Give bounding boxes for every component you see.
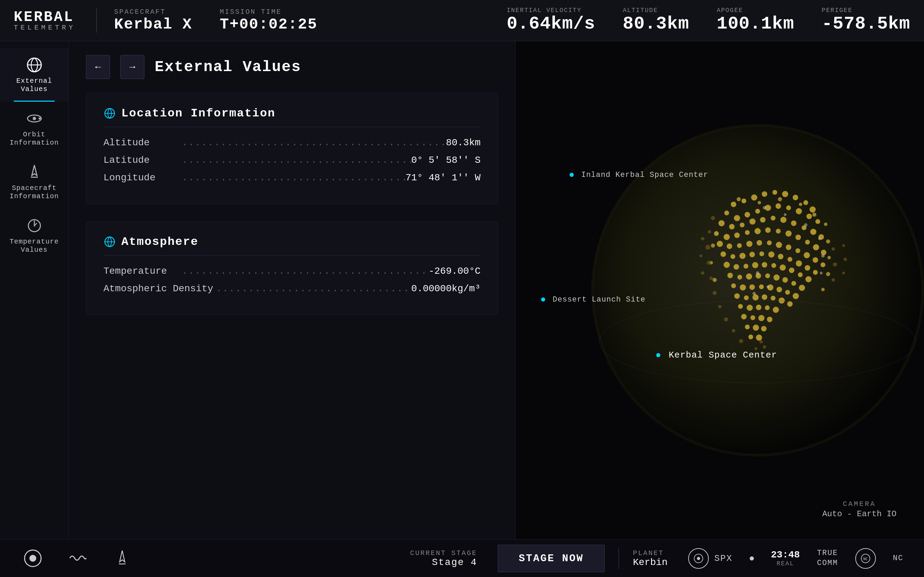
svg-point-129 [737, 197, 741, 201]
svg-point-34 [816, 219, 820, 224]
svg-point-151 [711, 216, 715, 220]
svg-point-23 [803, 200, 808, 205]
svg-point-117 [756, 305, 761, 310]
latitude-dots [179, 155, 411, 166]
svg-point-121 [750, 315, 755, 320]
planet-label: PLANET [633, 549, 667, 557]
svg-point-158 [724, 318, 728, 321]
svg-point-61 [746, 241, 753, 247]
atmosphere-panel-title: Atmosphere [121, 235, 198, 248]
svg-point-126 [761, 326, 767, 331]
latitude-row: Latitude 0° 5' 58'' S [103, 155, 481, 166]
svg-point-33 [806, 214, 812, 219]
sidebar-label-orbit-information: OrbitInformation [10, 131, 59, 147]
dessert-text: Dessert Launch Site [553, 295, 646, 304]
svg-point-4 [38, 118, 40, 119]
latitude-label: Latitude [103, 155, 179, 166]
sidebar-item-temperature-values[interactable]: TemperatureValues [0, 209, 68, 263]
svg-point-47 [724, 234, 730, 240]
svg-point-40 [771, 216, 775, 221]
svg-point-66 [795, 248, 800, 253]
location-panel: Location Information Altitude 80.3km Lat… [86, 93, 498, 204]
svg-point-76 [778, 254, 783, 259]
footer-orbit-icon-btn[interactable] [688, 548, 709, 569]
stat-iv-label: INERTIAL VELOCITY [507, 7, 595, 14]
svg-point-24 [809, 206, 816, 213]
svg-point-35 [719, 220, 725, 226]
svg-point-111 [762, 294, 767, 300]
svg-point-77 [788, 257, 792, 262]
svg-point-22 [793, 195, 798, 200]
svg-point-159 [732, 329, 735, 332]
footer-stage-info: CURRENT STAGE Stage 4 [410, 549, 477, 568]
svg-point-96 [774, 274, 780, 280]
footer-nc-icon-btn[interactable]: NC [855, 548, 876, 569]
logo-telemetry: TELEMETRY [14, 24, 76, 31]
footer-divider [619, 548, 619, 569]
stat-alt-label: ALTITUDE [623, 7, 689, 14]
svg-point-116 [746, 305, 753, 311]
altitude-label: Altitude [103, 137, 179, 148]
inland-ksc-text: Inland Kerbal Space Center [581, 171, 708, 179]
svg-point-32 [796, 208, 802, 214]
svg-point-18 [751, 194, 757, 201]
sidebar-item-external-values[interactable]: ExternalValues [0, 48, 68, 102]
stage-now-button[interactable]: STAGE NOW [498, 545, 605, 572]
svg-point-38 [750, 218, 756, 225]
svg-point-148 [756, 271, 759, 275]
svg-point-19 [762, 191, 767, 197]
location-panel-title: Location Information [121, 107, 275, 120]
footer-dot-indicator[interactable] [750, 556, 754, 561]
stat-prg-value: -578.5km [822, 14, 910, 34]
stat-apg-value: 100.1km [717, 14, 794, 34]
footer-icon-rocket-btn[interactable] [110, 546, 134, 571]
svg-point-154 [707, 261, 711, 265]
svg-point-84 [752, 262, 758, 268]
svg-point-59 [727, 243, 732, 249]
svg-point-157 [718, 305, 722, 308]
svg-point-20 [772, 190, 777, 195]
longitude-value: 71° 48' 1'' W [405, 172, 481, 183]
stat-prg-label: PERIGEE [822, 7, 910, 14]
svg-point-125 [753, 324, 759, 331]
svg-point-130 [758, 201, 761, 205]
svg-point-156 [712, 291, 717, 295]
svg-point-51 [765, 227, 771, 233]
nav-back-button[interactable]: ← [86, 55, 110, 79]
svg-point-86 [771, 263, 776, 268]
ksc-label: Kerbal Space Center [650, 350, 777, 360]
footer-time-value: 23:48 [771, 550, 800, 560]
svg-point-37 [740, 222, 745, 227]
sidebar-item-spacecraft-information[interactable]: SpacecraftInformation [0, 155, 68, 209]
svg-point-91 [727, 273, 733, 278]
svg-point-17 [741, 198, 746, 203]
svg-point-64 [776, 242, 782, 248]
mission-block: MISSION TIME T+00:02:25 [220, 8, 317, 33]
longitude-dots [179, 172, 405, 183]
footer-spx-label: SPX [714, 553, 733, 564]
svg-point-152 [708, 230, 711, 234]
svg-point-133 [812, 213, 816, 217]
footer-icon-circle-btn[interactable] [21, 546, 45, 571]
footer-icon-wave-btn[interactable] [65, 546, 89, 571]
svg-point-73 [750, 252, 755, 257]
svg-point-42 [791, 221, 796, 226]
svg-point-149 [767, 285, 769, 288]
svg-point-102 [750, 284, 755, 290]
svg-point-41 [780, 217, 787, 223]
camera-label: CAMERA [822, 500, 897, 508]
sidebar-item-orbit-information[interactable]: OrbitInformation [0, 102, 68, 155]
nav-forward-button[interactable]: → [120, 55, 144, 79]
sidebar-label-spacecraft-information: SpacecraftInformation [10, 184, 59, 201]
svg-point-52 [776, 229, 781, 234]
svg-point-176 [29, 555, 36, 562]
content-area: ← → External Values Location Inform [69, 41, 515, 539]
globe-area: Inland Kerbal Space Center Dessert Launc… [515, 41, 924, 539]
svg-point-89 [798, 272, 803, 277]
svg-point-56 [813, 244, 819, 250]
svg-point-168 [843, 258, 847, 261]
svg-point-142 [763, 206, 766, 210]
svg-point-88 [789, 268, 795, 273]
svg-point-155 [709, 276, 713, 280]
svg-point-119 [773, 307, 779, 313]
